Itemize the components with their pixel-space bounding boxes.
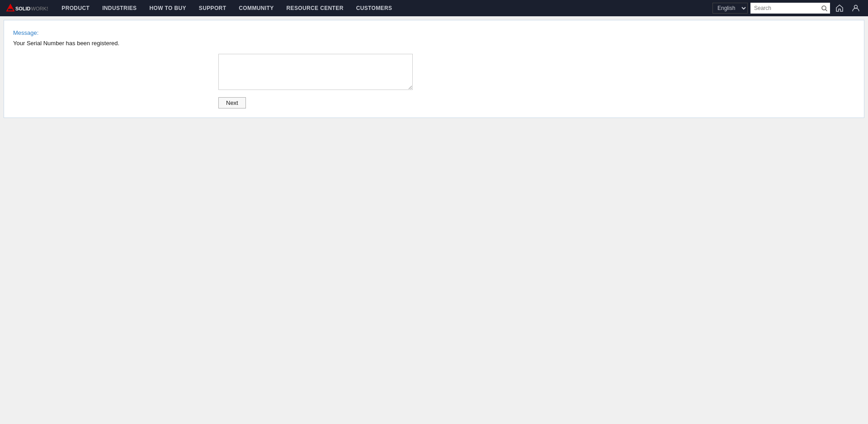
content-card: Message: Your Serial Number has been reg… bbox=[4, 20, 864, 118]
search-icon bbox=[821, 5, 827, 11]
nav-link-how-to-buy[interactable]: HOW TO BUY bbox=[143, 0, 192, 16]
message-textarea[interactable] bbox=[218, 54, 413, 90]
svg-text:WORKS: WORKS bbox=[31, 6, 48, 11]
logo[interactable]: SOLID WORKS bbox=[5, 3, 48, 13]
nav-link-customers[interactable]: CUSTOMERS bbox=[350, 0, 399, 16]
search-input[interactable] bbox=[750, 3, 818, 14]
language-selector[interactable]: English French German Spanish bbox=[712, 3, 748, 14]
message-label: Message: bbox=[13, 29, 402, 36]
nav-link-support[interactable]: SUPPORT bbox=[193, 0, 233, 16]
nav-link-industries[interactable]: INDUSTRIES bbox=[96, 0, 143, 16]
svg-point-4 bbox=[822, 6, 826, 10]
navbar: SOLID WORKS PRODUCT INDUSTRIES HOW TO BU… bbox=[0, 0, 868, 16]
nav-link-product[interactable]: PRODUCT bbox=[55, 0, 96, 16]
nav-link-resource-center[interactable]: RESOURCE CENTER bbox=[280, 0, 350, 16]
nav-link-community[interactable]: COMMUNITY bbox=[232, 0, 280, 16]
search-container bbox=[750, 3, 830, 14]
svg-text:SOLID: SOLID bbox=[15, 6, 31, 11]
search-button[interactable] bbox=[818, 3, 830, 14]
next-button[interactable]: Next bbox=[218, 97, 246, 108]
main-content: Message: Your Serial Number has been reg… bbox=[0, 16, 868, 424]
nav-links: PRODUCT INDUSTRIES HOW TO BUY SUPPORT CO… bbox=[55, 0, 712, 16]
user-icon[interactable] bbox=[849, 4, 863, 12]
message-text: Your Serial Number has been registered. bbox=[13, 40, 402, 47]
svg-line-5 bbox=[826, 9, 827, 11]
home-icon[interactable] bbox=[833, 4, 846, 12]
message-section: Message: Your Serial Number has been reg… bbox=[4, 29, 411, 47]
nav-right: English French German Spanish bbox=[712, 3, 863, 14]
